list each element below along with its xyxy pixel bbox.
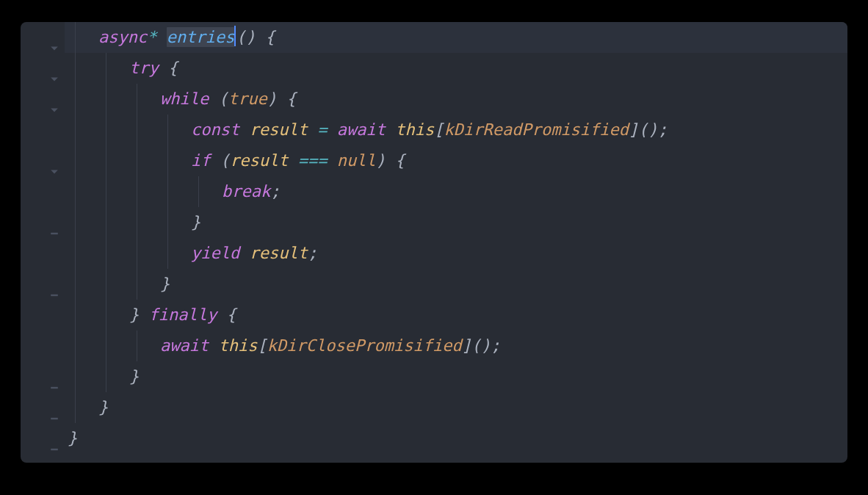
token-default — [308, 120, 317, 139]
fold-open-icon[interactable] — [50, 63, 60, 73]
line-content: while (true) { — [68, 90, 296, 108]
token-keyword: await — [337, 120, 386, 139]
gutter-cell — [21, 84, 65, 115]
token-punc: ; — [308, 244, 317, 262]
token-default — [209, 336, 218, 355]
token-const: true — [228, 90, 267, 108]
code-line[interactable]: } — [65, 361, 847, 392]
line-content: break; — [68, 182, 280, 200]
fold-gutter[interactable] — [21, 22, 65, 454]
code-line[interactable]: while (true) { — [65, 84, 847, 115]
code-line[interactable]: break; — [65, 176, 847, 207]
line-content: } finally { — [68, 306, 236, 324]
code-line[interactable]: } — [65, 269, 847, 300]
token-brace: } — [98, 398, 108, 416]
code-line[interactable]: yield result; — [65, 238, 847, 269]
token-keyword: while — [160, 90, 209, 108]
token-func: entries — [167, 27, 235, 47]
token-punc: ) — [376, 151, 396, 170]
token-punc: ( — [209, 90, 228, 108]
token-brace: } — [129, 367, 139, 386]
token-prop: kDirReadPromisified — [444, 120, 629, 139]
line-content: } — [68, 213, 200, 231]
token-var: result — [249, 120, 307, 139]
code-line[interactable]: } — [65, 392, 847, 423]
gutter-cell — [21, 392, 65, 423]
token-brace: } — [160, 275, 170, 293]
fold-open-icon[interactable] — [50, 156, 60, 166]
line-content: } — [68, 398, 108, 416]
code-line[interactable]: } — [65, 423, 847, 454]
code-line[interactable]: if (result === null) { — [65, 145, 847, 176]
line-content: } — [68, 367, 139, 386]
token-default — [327, 120, 336, 139]
fold-open-icon[interactable] — [50, 32, 60, 43]
code-editor-panel[interactable]: async* entries() {try {while (true) {con… — [21, 22, 847, 463]
code-lines[interactable]: async* entries() {try {while (true) {con… — [65, 22, 847, 454]
code-line[interactable]: await this[kDirClosePromisified](); — [65, 330, 847, 361]
token-op: === — [298, 151, 328, 170]
token-default — [288, 151, 297, 170]
line-content: if (result === null) { — [68, 151, 405, 170]
code-line[interactable]: } — [65, 207, 847, 238]
fold-close-icon[interactable] — [50, 372, 60, 382]
token-brace: { — [265, 28, 275, 46]
gutter-cell — [21, 115, 65, 145]
code-line[interactable]: async* entries() { — [65, 22, 847, 53]
token-default — [217, 306, 226, 324]
line-content: } — [68, 429, 77, 447]
token-default — [159, 59, 168, 77]
token-this: this — [395, 120, 434, 139]
gutter-cell — [21, 300, 65, 330]
line-content: async* entries() { — [68, 28, 275, 46]
code-line[interactable]: const result = await this[kDirReadPromis… — [65, 115, 847, 145]
fold-close-icon[interactable] — [50, 433, 60, 444]
fold-close-icon[interactable] — [50, 279, 60, 289]
svg-rect-0 — [51, 233, 58, 234]
code-area[interactable]: async* entries() {try {while (true) {con… — [21, 22, 847, 454]
gutter-cell — [21, 145, 65, 176]
gutter-cell — [21, 269, 65, 300]
gutter-cell — [21, 176, 65, 207]
token-default — [139, 306, 148, 324]
code-line[interactable]: try { — [65, 53, 847, 84]
fold-close-icon[interactable] — [50, 217, 60, 228]
token-punc: [ — [434, 120, 444, 139]
gutter-cell — [21, 423, 65, 454]
token-keyword: try — [129, 59, 159, 77]
fold-close-icon[interactable] — [50, 402, 60, 413]
svg-rect-3 — [51, 418, 58, 419]
gutter-cell — [21, 238, 65, 269]
token-default — [386, 120, 395, 139]
token-default — [239, 244, 249, 262]
gutter-cell — [21, 22, 65, 53]
token-keyword: if — [191, 151, 211, 170]
token-keyword: break — [222, 182, 270, 200]
token-punc: () — [236, 28, 256, 46]
line-content: const result = await this[kDirReadPromis… — [68, 120, 668, 139]
code-line[interactable]: } finally { — [65, 300, 847, 330]
token-brace: } — [68, 429, 77, 447]
fold-open-icon[interactable] — [50, 94, 60, 104]
token-default — [327, 151, 336, 170]
gutter-cell — [21, 361, 65, 392]
token-var: result — [249, 244, 307, 262]
token-brace: { — [286, 90, 296, 108]
token-storage: const — [191, 120, 239, 139]
line-content: yield result; — [68, 244, 317, 262]
line-content: await this[kDirClosePromisified](); — [68, 336, 501, 355]
token-brace: { — [168, 59, 178, 77]
token-default — [239, 120, 249, 139]
token-punc: ](); — [629, 120, 668, 139]
token-punc: [ — [257, 336, 267, 355]
gutter-cell — [21, 207, 65, 238]
token-this: this — [218, 336, 257, 355]
svg-rect-1 — [51, 295, 58, 296]
token-keyword: async — [98, 28, 147, 46]
token-brace: } — [129, 306, 139, 324]
token-op: = — [317, 120, 327, 139]
token-keyword: yield — [191, 244, 239, 262]
token-prop: kDirClosePromisified — [267, 336, 462, 355]
token-brace: { — [395, 151, 405, 170]
gutter-cell — [21, 53, 65, 84]
